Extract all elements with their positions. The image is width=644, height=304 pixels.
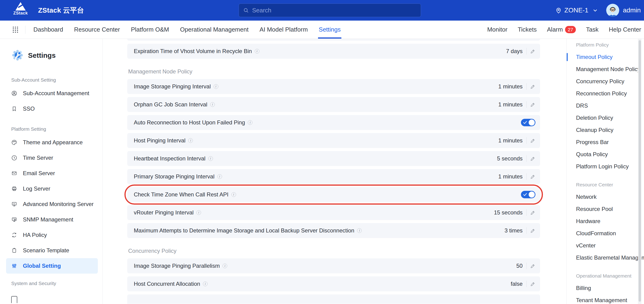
sidebar-item-snmp-management[interactable]: SNMP Management [6, 212, 98, 227]
anchor-management-node-policy[interactable]: Management Node Policy [567, 63, 644, 75]
edit-pencil-icon[interactable] [530, 174, 536, 179]
settings-content: Expiration Time of Vhost Volume in Recyc… [103, 39, 566, 304]
info-icon[interactable] [188, 138, 193, 143]
sidebar-item-label: SNMP Management [23, 216, 73, 223]
edit-pencil-icon[interactable] [530, 138, 536, 143]
sidebar-item-sso[interactable]: SSO [6, 101, 98, 116]
setting-label: vRouter Pinging Interval [134, 209, 194, 216]
sidebar-item-email-server[interactable]: Email Server [6, 166, 98, 181]
sidebar-item-sub-account-management[interactable]: Sub-Account Management [6, 86, 98, 101]
setting-row: Host Concurrent Allocation false [127, 276, 540, 291]
user-circle-icon [11, 90, 17, 96]
bookmark-icon [11, 106, 17, 112]
sidebar-item-theme-appearance[interactable]: Theme and Appearance [6, 135, 98, 150]
sidebar-item-label: Global Setting [23, 263, 61, 269]
anchor-deletion-policy[interactable]: Deletion Policy [567, 112, 644, 124]
username[interactable]: admin [623, 7, 641, 14]
anchor-platform-login-policy[interactable]: Platform Login Policy [567, 161, 644, 173]
anchor-cloudformation[interactable]: CloudFormation [567, 227, 644, 239]
anchor-drs[interactable]: DRS [567, 100, 644, 112]
mail-icon [11, 170, 17, 176]
anchor-progress-bar[interactable]: Progress Bar [567, 136, 644, 148]
setting-row: Image Storage Pinging Parallelism 50 [127, 258, 540, 273]
nav-alarm[interactable]: Alarm 27 [547, 21, 576, 39]
anchor-hardware[interactable]: Hardware [567, 215, 644, 227]
edit-pencil-icon[interactable] [530, 84, 536, 89]
sidebar-item-log-server[interactable]: Log Server [6, 181, 98, 196]
setting-label: Maximum Attempts to Determine Image Stor… [134, 227, 354, 234]
sidebar-item-advanced-monitoring[interactable]: Advanced Monitoring Server [6, 196, 98, 212]
info-icon[interactable] [214, 84, 218, 89]
info-icon[interactable] [208, 156, 213, 161]
nav-task[interactable]: Task [586, 21, 598, 39]
anchor-timeout-policy[interactable]: Timeout Policy [567, 51, 644, 63]
anchor-elastic-baremetal[interactable]: Elastic Baremetal Management [567, 252, 644, 264]
edit-pencil-icon[interactable] [530, 281, 536, 286]
monitor-gear-icon [11, 217, 17, 223]
info-icon[interactable] [222, 263, 227, 268]
anchor-network[interactable]: Network [567, 191, 644, 203]
scrollbar-thumb[interactable] [639, 40, 641, 302]
setting-value: 1 minutes [498, 101, 522, 108]
info-icon[interactable] [232, 192, 236, 197]
setting-label: Primary Storage Pinging Interval [134, 173, 214, 180]
anchor-vcenter[interactable]: vCenter [567, 239, 644, 252]
tab-settings[interactable]: Settings [319, 21, 341, 39]
info-icon[interactable] [203, 281, 208, 286]
apps-grid-icon[interactable] [12, 26, 19, 34]
zone-selector[interactable]: ZONE-1 [564, 7, 588, 14]
info-icon[interactable] [210, 102, 215, 107]
avatar[interactable] [606, 4, 619, 17]
setting-value-group: 50 [516, 263, 536, 269]
toggle-on[interactable] [521, 191, 536, 198]
anchor-resource-pool[interactable]: Resource Pool [567, 203, 644, 215]
setting-value: 15 seconds [494, 209, 522, 216]
main-nav: Dashboard Resource Center Platform O&M O… [0, 21, 644, 39]
global-search[interactable] [239, 4, 421, 17]
sidebar-item-scenario-template[interactable]: Scenario Template [6, 243, 98, 258]
anchor-concurrency-policy[interactable]: Concurrency Policy [567, 75, 644, 87]
tab-platform-om[interactable]: Platform O&M [131, 21, 169, 39]
setting-row-highlighted: Check Time Zone When Call Rest API [127, 187, 540, 202]
edit-pencil-icon[interactable] [530, 228, 536, 233]
anchor-reconnection-policy[interactable]: Reconnection Policy [567, 87, 644, 100]
edit-pencil-icon[interactable] [530, 102, 536, 107]
sidebar-item-global-setting[interactable]: Global Setting [6, 258, 98, 274]
sidebar-item-ha-policy[interactable]: HA Policy [6, 227, 98, 243]
setting-value: 1 minutes [498, 173, 522, 180]
anchor-cleanup-policy[interactable]: Cleanup Policy [567, 124, 644, 136]
anchor-tenant-management[interactable]: Tenant Management [567, 294, 644, 304]
info-icon[interactable] [196, 210, 201, 215]
value-divider [526, 48, 526, 55]
setting-row: Primary Storage Pinging Interval 1 minut… [127, 169, 540, 184]
edit-pencil-icon[interactable] [530, 263, 536, 268]
toggle-on[interactable] [521, 119, 536, 126]
tab-ai-model-platform[interactable]: AI Model Platform [260, 21, 308, 39]
tab-dashboard[interactable]: Dashboard [34, 21, 63, 39]
info-icon[interactable] [248, 120, 252, 125]
edit-pencil-icon[interactable] [530, 156, 536, 161]
search-input[interactable] [252, 7, 416, 14]
tab-resource-center[interactable]: Resource Center [74, 21, 120, 39]
zstack-logo[interactable]: ZStack [9, 2, 32, 16]
setting-value: 7 days [506, 48, 522, 55]
value-divider [526, 137, 526, 144]
tab-operational-management[interactable]: Operational Management [180, 21, 248, 39]
edit-pencil-icon[interactable] [530, 210, 536, 215]
info-icon[interactable] [218, 174, 222, 179]
chevron-down-icon[interactable] [592, 7, 598, 13]
setting-row: vRouter Pinging Interval 15 seconds [127, 205, 540, 220]
edit-pencil-icon[interactable] [530, 49, 536, 54]
info-icon[interactable] [255, 49, 260, 54]
setting-value-group: 1 minutes [498, 173, 536, 180]
anchor-billing[interactable]: Billing [567, 282, 644, 294]
nav-help-center[interactable]: Help Center [609, 21, 641, 39]
setting-value: 1 minutes [498, 83, 522, 90]
info-icon[interactable] [357, 228, 362, 233]
sidebar-item-time-server[interactable]: Time Server [6, 150, 98, 166]
setting-value-group: 7 days [506, 48, 536, 55]
nav-monitor[interactable]: Monitor [487, 21, 508, 39]
nav-tickets[interactable]: Tickets [518, 21, 536, 39]
setting-label: Image Storage Pinging Interval [134, 83, 211, 90]
anchor-quota-policy[interactable]: Quota Policy [567, 148, 644, 161]
